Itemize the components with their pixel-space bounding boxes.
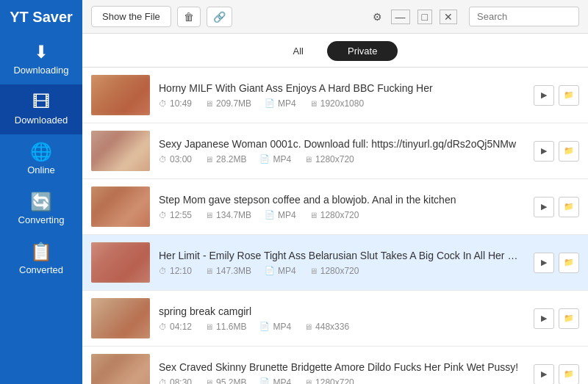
video-meta: ⏱ 03:00 🖥 28.2MB 📄 MP4 🖥 1280x720 [159, 154, 525, 164]
resolution-meta: 🖥 1280x720 [304, 154, 354, 164]
duration-value: 04:12 [170, 322, 192, 332]
clock-icon: ⏱ [159, 211, 167, 220]
video-meta: ⏱ 12:10 🖥 147.3MB 📄 MP4 🖥 1280x720 [159, 266, 525, 276]
duration-value: 10:49 [170, 98, 192, 109]
video-item-2[interactable]: Sexy Japanese Woman 0001c. Download full… [82, 123, 588, 179]
clock-icon: ⏱ [159, 322, 167, 331]
resolution-meta: 🖥 1280x720 [304, 377, 354, 385]
video-item-3[interactable]: Step Mom gave stepson coffee and a blowj… [82, 179, 588, 235]
settings-icon[interactable]: ⚙ [373, 11, 382, 23]
maximize-button[interactable]: □ [417, 10, 432, 24]
resolution-meta: 🖥 1280x720 [309, 210, 359, 220]
video-title: Sex Craved Skinny Brunette Bridgette Amo… [159, 361, 525, 373]
resolution-meta: 🖥 1920x1080 [309, 98, 364, 109]
folder-button[interactable]: 📁 [559, 364, 579, 385]
video-actions: ▶ 📁 [534, 308, 579, 329]
clock-icon: ⏱ [159, 155, 167, 164]
delete-button[interactable]: 🗑 [177, 7, 201, 27]
tabs-bar: All Private [82, 34, 588, 68]
globe-icon: 🌐 [30, 143, 52, 161]
sidebar-item-converted[interactable]: 📋 Converted [0, 234, 82, 284]
format-value: MP4 [273, 154, 291, 164]
video-list: Horny MILF With Giant Ass Enjoys A Hard … [82, 68, 588, 384]
folder-button[interactable]: 📁 [559, 253, 579, 273]
link-icon: 🔗 [213, 11, 226, 23]
video-title: Her Limit - Emily Rose Tight Ass Belarus… [159, 250, 525, 261]
resolution-icon: 🖥 [309, 99, 318, 108]
resolution-icon: 🖥 [304, 155, 312, 164]
size-value: 28.2MB [216, 154, 246, 164]
minimize-button[interactable]: — [391, 10, 410, 24]
close-button[interactable]: ✕ [440, 10, 457, 24]
sidebar-item-downloading[interactable]: ⬇ Downloading [0, 35, 82, 84]
file-size-icon: 🖥 [205, 211, 213, 220]
play-button[interactable]: ▶ [534, 364, 554, 385]
size-value: 209.7MB [216, 98, 251, 109]
video-info: Her Limit - Emily Rose Tight Ass Belarus… [159, 250, 525, 276]
tab-all[interactable]: All [273, 41, 324, 61]
play-button[interactable]: ▶ [534, 253, 554, 273]
sidebar-item-label: Downloaded [15, 115, 68, 126]
video-actions: ▶ 📁 [534, 141, 579, 162]
folder-button[interactable]: 📁 [559, 141, 579, 162]
convert-icon: 🔄 [30, 193, 52, 211]
format-value: MP4 [278, 210, 296, 220]
resolution-icon: 🖥 [304, 378, 312, 385]
format-value: MP4 [273, 377, 291, 385]
resolution-value: 1920x1080 [320, 98, 364, 109]
video-meta: ⏱ 10:49 🖥 209.7MB 📄 MP4 🖥 1920x1080 [159, 98, 525, 109]
toolbar: Show the File 🗑 🔗 ⚙ — □ ✕ [82, 0, 588, 34]
video-item-1[interactable]: Horny MILF With Giant Ass Enjoys A Hard … [82, 68, 588, 123]
resolution-value: 1280x720 [320, 266, 359, 276]
sidebar-item-label: Online [27, 164, 55, 175]
video-item-6[interactable]: Sex Craved Skinny Brunette Bridgette Amo… [82, 347, 588, 384]
video-item-5[interactable]: spring break camgirl ⏱ 04:12 🖥 11.6MB 📄 … [82, 291, 588, 347]
sidebar-item-online[interactable]: 🌐 Online [0, 134, 82, 184]
duration-value: 12:10 [170, 266, 192, 276]
video-title: Sexy Japanese Woman 0001c. Download full… [159, 138, 525, 150]
folder-button[interactable]: 📁 [559, 308, 579, 329]
duration-meta: ⏱ 10:49 [159, 98, 192, 109]
sidebar-item-label: Downloading [13, 65, 68, 76]
play-button[interactable]: ▶ [534, 141, 554, 162]
format-icon: 📄 [265, 266, 275, 275]
play-button[interactable]: ▶ [534, 85, 554, 106]
format-icon: 📄 [259, 154, 270, 164]
format-meta: 📄 MP4 [259, 377, 291, 385]
video-thumbnail [91, 298, 150, 338]
sidebar-item-downloaded[interactable]: 🎞 Downloaded [0, 84, 82, 134]
play-button[interactable]: ▶ [534, 308, 554, 329]
resolution-icon: 🖥 [304, 322, 312, 331]
video-item-4[interactable]: Her Limit - Emily Rose Tight Ass Belarus… [82, 235, 588, 291]
sidebar-item-converting[interactable]: 🔄 Converting [0, 184, 82, 234]
sidebar: YT Saver ⬇ Downloading 🎞 Downloaded 🌐 On… [0, 0, 82, 384]
folder-button[interactable]: 📁 [559, 85, 579, 106]
format-meta: 📄 MP4 [259, 154, 291, 164]
format-meta: 📄 MP4 [259, 322, 291, 332]
tab-private[interactable]: Private [327, 41, 398, 61]
video-info: Sexy Japanese Woman 0001c. Download full… [159, 138, 525, 164]
folder-button[interactable]: 📁 [559, 197, 579, 217]
clock-icon: ⏱ [159, 378, 167, 385]
video-info: spring break camgirl ⏱ 04:12 🖥 11.6MB 📄 … [159, 305, 525, 332]
format-value: MP4 [273, 322, 291, 332]
video-meta: ⏱ 08:30 🖥 95.2MB 📄 MP4 🖥 1280x720 [159, 377, 525, 385]
video-meta: ⏱ 12:55 🖥 134.7MB 📄 MP4 🖥 1280x720 [159, 210, 525, 220]
main-content: Show the File 🗑 🔗 ⚙ — □ ✕ All Private Ho… [82, 0, 588, 384]
format-icon: 📄 [265, 98, 275, 108]
video-info: Horny MILF With Giant Ass Enjoys A Hard … [159, 82, 525, 109]
video-title: spring break camgirl [159, 305, 525, 317]
video-actions: ▶ 📁 [534, 85, 579, 106]
show-file-button[interactable]: Show the File [91, 6, 171, 27]
play-button[interactable]: ▶ [534, 197, 554, 217]
size-value: 134.7MB [216, 210, 251, 220]
format-meta: 📄 MP4 [265, 210, 296, 220]
link-button[interactable]: 🔗 [207, 7, 232, 27]
video-title: Step Mom gave stepson coffee and a blowj… [159, 194, 525, 206]
clock-icon: ⏱ [159, 99, 167, 108]
resolution-meta: 🖥 448x336 [304, 322, 349, 332]
size-value: 95.2MB [216, 377, 246, 385]
file-size-icon: 🖥 [205, 322, 213, 331]
video-actions: ▶ 📁 [534, 253, 579, 273]
search-input[interactable] [469, 7, 579, 26]
